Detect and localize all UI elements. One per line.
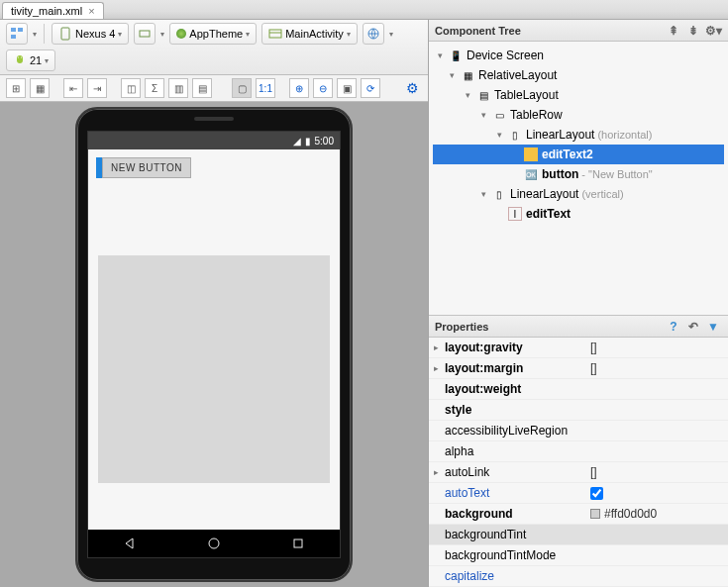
dropdown-caret-icon[interactable]: ▾ [33,30,37,39]
expander-icon[interactable]: ▸ [429,363,443,373]
orientation-btn[interactable] [134,23,156,45]
filter-icon[interactable]: ▼ [704,318,722,336]
property-name: style [443,403,586,417]
dropdown-caret-icon[interactable]: ▾ [389,30,393,39]
property-row[interactable]: ▸autoLink[] [429,462,728,483]
property-row[interactable]: backgroundTintMode [429,545,728,566]
svg-rect-8 [17,55,23,63]
layout-editor: ▾ Nexus 4▾ ▾ AppTheme▾ MainActivity▾ ▾ 2… [0,20,429,587]
locale-btn[interactable] [363,23,384,45]
svg-rect-4 [140,31,150,37]
reset-view[interactable]: ▣ [337,78,357,98]
properties-list[interactable]: ▸layout:gravity[]▸layout:margin[]layout:… [429,338,728,587]
tree-node-relativelayout[interactable]: ▾▦RelativeLayout [433,65,724,85]
dist-tool[interactable]: ◫ [121,78,141,98]
checkbox[interactable] [590,487,603,500]
tree-node-edittext2[interactable]: editText2 [433,145,724,164]
component-tree[interactable]: ▾📱Device Screen ▾▦RelativeLayout ▾▤Table… [429,42,728,315]
zoom-fit[interactable]: ▢ [232,78,252,98]
edittext2-selected[interactable]: NEW BUTTON [88,149,340,186]
zoom-out-icon[interactable]: ⊖ [313,78,333,98]
device-picker[interactable]: Nexus 4▾ [52,23,129,45]
gear-icon[interactable]: ⚙▾ [704,22,722,40]
device-preview: ◢ ▮ 5:00 NEW BUTTON [0,102,428,587]
property-row[interactable]: ▸layout:gravity[] [429,338,728,358]
palette-btn[interactable] [6,23,28,45]
android-navbar [88,530,340,557]
battery-icon: ▮ [305,136,311,147]
api-picker[interactable]: 21▾ [6,49,55,71]
property-row[interactable]: accessibilityLiveRegion [429,421,728,441]
undo-icon[interactable]: ↶ [684,318,702,336]
collapse-icon[interactable]: ⇟ [684,22,702,40]
property-name: alpha [443,444,586,458]
property-name: accessibilityLiveRegion [443,424,586,438]
align-tool[interactable]: ⇤ [63,78,83,98]
property-row[interactable]: ▸layout:margin[] [429,358,728,379]
tree-node-edittext[interactable]: IeditText [433,204,724,224]
status-bar: ◢ ▮ 5:00 [88,132,340,149]
phone-speaker [194,117,234,121]
home-icon[interactable] [207,537,221,550]
svg-rect-5 [269,30,281,38]
dist-tool[interactable]: Σ [145,78,164,98]
edittext-widget[interactable] [98,255,330,483]
tree-node-device[interactable]: ▾📱Device Screen [433,46,724,65]
wifi-icon: ◢ [293,136,301,147]
tree-node-tablelayout[interactable]: ▾▤TableLayout [433,85,724,105]
dropdown-caret-icon[interactable]: ▾ [160,30,164,39]
dist-tool[interactable]: ▥ [168,78,188,98]
tree-node-tablerow[interactable]: ▾▭TableRow [433,105,724,125]
property-row[interactable]: background#ffd0d0d0 [429,504,728,525]
separator [44,24,45,44]
svg-point-9 [18,56,19,57]
property-row[interactable]: style [429,400,728,421]
svg-point-11 [209,538,219,548]
panel-title: Properties [435,321,488,333]
gear-icon[interactable]: ⚙ [402,78,422,98]
refresh-icon[interactable]: ⟳ [361,78,380,98]
svg-rect-2 [11,35,16,39]
layout-tool[interactable]: ⊞ [6,78,26,98]
tree-node-button[interactable]: 🆗button - "New Button" [433,164,724,184]
property-row[interactable]: alpha [429,441,728,462]
tree-node-linearlayout-v[interactable]: ▾▯LinearLayout (vertical) [433,184,724,204]
expander-icon[interactable]: ▸ [429,467,443,477]
property-name: layout:weight [443,382,586,396]
back-icon[interactable] [123,537,137,550]
layout-tool[interactable]: ▦ [30,78,50,98]
new-button-widget[interactable]: NEW BUTTON [102,157,191,178]
tree-node-linearlayout-h[interactable]: ▾▯LinearLayout (horizontal) [433,125,724,145]
theme-label: AppTheme [189,28,243,40]
file-tab[interactable]: tivity_main.xml × [2,2,104,19]
svg-rect-0 [11,28,16,32]
editor-tabs: tivity_main.xml × [0,0,728,20]
expand-icon[interactable]: ⇞ [665,22,682,40]
zoom-in-icon[interactable]: ⊕ [289,78,309,98]
property-row[interactable]: layout:weight [429,379,728,400]
color-swatch [590,509,600,519]
theme-picker[interactable]: AppTheme▾ [169,23,257,45]
recent-icon[interactable] [291,537,305,550]
component-tree-header: Component Tree ⇞ ⇟ ⚙▾ [429,20,728,42]
property-row[interactable]: autoText [429,483,728,504]
property-name: capitalize [443,569,586,583]
property-row[interactable]: capitalize [429,566,728,587]
tab-close-icon[interactable]: × [88,5,94,17]
zoom-actual[interactable]: 1:1 [256,78,275,98]
property-row[interactable]: backgroundTint [429,525,728,545]
property-value[interactable]: [] [586,341,728,354]
property-value[interactable]: #ffd0d0d0 [586,507,728,521]
help-icon[interactable]: ? [665,318,682,336]
property-name: layout:gravity [443,341,586,354]
property-name: backgroundTintMode [443,548,586,562]
phone-screen[interactable]: ◢ ▮ 5:00 NEW BUTTON [87,131,341,558]
property-value[interactable]: [] [586,361,728,375]
property-value[interactable] [586,487,728,500]
dist-tool[interactable]: ▤ [192,78,212,98]
property-value[interactable]: [] [586,465,728,479]
panel-title: Component Tree [435,25,521,37]
align-tool[interactable]: ⇥ [87,78,107,98]
activity-picker[interactable]: MainActivity▾ [261,23,358,45]
expander-icon[interactable]: ▸ [429,342,443,352]
